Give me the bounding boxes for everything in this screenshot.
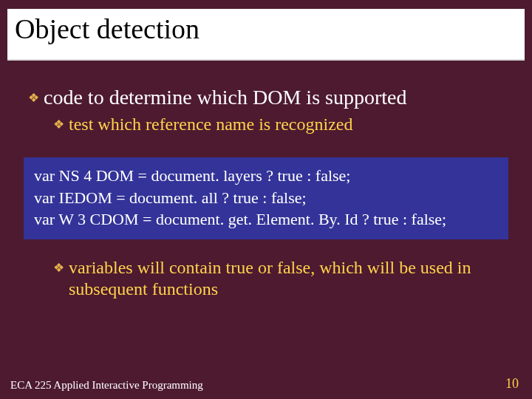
code-block: var NS 4 DOM = document. layers ? true :… xyxy=(24,157,508,239)
code-line: var NS 4 DOM = document. layers ? true :… xyxy=(34,165,498,187)
bullet-level2: ❖ variables will contain true or false, … xyxy=(53,257,525,300)
footer-course: ECA 225 Applied Interactive Programming xyxy=(10,379,203,392)
bullet-diamond-icon: ❖ xyxy=(53,262,64,274)
bullet-level2: ❖ test which reference name is recognize… xyxy=(53,114,525,135)
code-line: var IEDOM = document. all ? true : false… xyxy=(34,187,498,209)
bullet-text: test which reference name is recognized xyxy=(69,114,352,135)
bullet-diamond-icon: ❖ xyxy=(53,118,64,131)
code-line: var W 3 CDOM = document. get. Element. B… xyxy=(34,208,498,231)
slide: Object detection ❖ code to determine whi… xyxy=(0,0,532,399)
slide-body: ❖ code to determine which DOM is support… xyxy=(7,81,525,300)
bullet-diamond-icon: ❖ xyxy=(28,92,39,104)
footer-page-number: 10 xyxy=(505,376,519,392)
slide-title: Object detection xyxy=(7,9,525,61)
bullet-text: code to determine which DOM is supported xyxy=(44,86,406,109)
bullet-level1: ❖ code to determine which DOM is support… xyxy=(28,86,525,109)
bullet-text: variables will contain true or false, wh… xyxy=(69,257,482,300)
